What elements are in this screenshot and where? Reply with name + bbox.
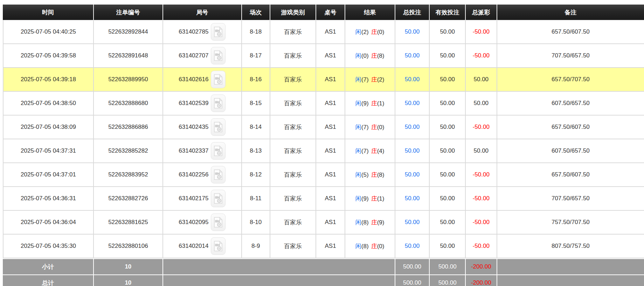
game-type-cell: 百家乐 [270,235,317,258]
table-row[interactable]: 2025-07-05 04:37:01 522632883952 6314022… [3,163,644,187]
valid-bet-cell: 50.00 [430,44,466,68]
video-replay-button[interactable] [211,23,226,41]
round-id-cell: 631402616 [163,68,242,92]
table-body: 2025-07-05 04:40:25 522632892844 6314027… [3,20,644,258]
bet-id-cell: 522632886886 [94,116,163,139]
column-header-game-type: 游戏类别 [270,5,317,20]
column-header-remark: 备注 [497,5,644,20]
round-id-cell: 631402337 [163,139,242,163]
total-bet-link[interactable]: 50.00 [405,195,420,202]
player-result: 闲(9) [355,195,369,202]
subtotal-spacer [163,258,395,274]
total-bet-link[interactable]: 50.00 [405,147,420,154]
table-row[interactable]: 2025-07-05 04:37:31 522632885282 6314023… [3,139,644,163]
bet-id-cell: 522632888680 [94,92,163,116]
video-replay-button[interactable] [211,71,226,88]
bet-id-cell: 522632883952 [94,163,163,187]
session-cell: 8-16 [242,68,270,92]
bet-id-cell: 522632892844 [94,20,163,44]
video-replay-button[interactable] [211,142,226,160]
valid-bet-cell: 50.00 [430,68,466,92]
result-cell: 闲(7)庄(2) [345,68,395,92]
table-no-cell: AS1 [316,68,345,92]
total-payout-cell: -50.00 [466,235,497,258]
banker-result: 庄(4) [371,148,385,154]
total-bet-link[interactable]: 50.00 [405,52,420,59]
remark-cell: 657.50/607.50 [497,20,644,44]
time-cell: 2025-07-05 04:39:58 [3,44,94,68]
video-replay-button[interactable] [211,47,226,64]
remark-cell: 657.50/607.50 [497,116,644,139]
table-no-cell: AS1 [316,44,345,68]
video-replay-button[interactable] [211,190,226,207]
subtotal-total-bet: 500.00 [395,258,430,274]
session-cell: 8-15 [242,92,270,116]
total-row: 总计 10 500.00 500.00 -200.00 [3,274,644,286]
round-id-cell: 631402539 [163,92,242,116]
game-type-cell: 百家乐 [270,20,317,44]
round-id: 631402014 [179,243,208,250]
table-row[interactable]: 2025-07-05 04:40:25 522632892844 6314027… [3,20,644,44]
subtotal-remark [497,258,644,274]
remark-cell: 657.50/707.50 [497,68,644,92]
video-replay-button[interactable] [211,214,226,231]
total-bet-link[interactable]: 50.00 [405,171,420,178]
video-replay-button[interactable] [211,95,226,112]
total-count: 10 [94,274,163,286]
total-label: 总计 [3,274,94,286]
result-cell: 闲(9)庄(1) [345,92,395,116]
total-payout-cell: -50.00 [466,20,497,44]
remark-cell: 657.50/607.50 [497,163,644,187]
table-row[interactable]: 2025-07-05 04:36:04 522632881625 6314020… [3,211,644,235]
result-cell: 闲(8)庄(9) [345,211,395,235]
table-row[interactable]: 2025-07-05 04:35:30 522632880106 6314020… [3,235,644,258]
column-header-table-no: 桌号 [316,5,345,20]
remark-cell: 807.50/757.50 [497,235,644,258]
time-cell: 2025-07-05 04:38:50 [3,92,94,116]
column-header-time: 时间 [3,5,94,20]
banker-result: 庄(0) [371,243,385,250]
total-total-bet: 500.00 [395,274,430,286]
table-row[interactable]: 2025-07-05 04:36:31 522632882726 6314021… [3,187,644,211]
total-bet-link[interactable]: 50.00 [405,100,420,106]
total-bet-link[interactable]: 50.00 [405,219,420,225]
total-bet-link[interactable]: 50.00 [405,124,420,130]
round-id: 631402435 [179,124,208,131]
time-cell: 2025-07-05 04:40:25 [3,20,94,44]
table-no-cell: AS1 [316,211,345,235]
banker-result: 庄(1) [371,100,385,107]
total-payout-cell: 50.00 [466,68,497,92]
video-file-icon [214,74,223,85]
player-result: 闲(7) [355,124,369,131]
total-bet-link[interactable]: 50.00 [405,243,420,249]
table-footer: 小计 10 500.00 500.00 -200.00 总计 10 500.00… [3,258,644,286]
session-cell: 8-11 [242,187,270,211]
valid-bet-cell: 50.00 [430,163,466,187]
table-row[interactable]: 2025-07-05 04:39:58 522632891648 6314027… [3,44,644,68]
banker-result: 庄(9) [371,219,385,226]
total-bet-link[interactable]: 50.00 [405,28,420,35]
table-row[interactable]: 2025-07-05 04:39:18 522632889950 6314026… [3,68,644,92]
total-bet-link[interactable]: 50.00 [405,76,420,83]
subtotal-valid-bet: 500.00 [430,258,466,274]
banker-result: 庄(8) [371,53,385,59]
bet-id-cell: 522632882726 [94,187,163,211]
time-cell: 2025-07-05 04:37:31 [3,139,94,163]
table-row[interactable]: 2025-07-05 04:38:50 522632888680 6314025… [3,92,644,116]
player-result: 闲(0) [355,53,369,59]
bet-id-cell: 522632885282 [94,139,163,163]
game-type-cell: 百家乐 [270,116,317,139]
player-result: 闲(7) [355,148,369,154]
total-bet-cell: 50.00 [395,92,430,116]
video-replay-button[interactable] [211,237,226,255]
table-row[interactable]: 2025-07-05 04:38:09 522632886886 6314024… [3,116,644,139]
player-result: 闲(9) [355,100,369,107]
video-replay-button[interactable] [211,166,226,183]
table-header: 时间注单编号局号场次游戏类别桌号结果总投注有效投注总派彩备注 [3,5,644,20]
table-no-cell: AS1 [316,20,345,44]
round-id-cell: 631402095 [163,211,242,235]
time-cell: 2025-07-05 04:38:09 [3,116,94,139]
total-bet-cell: 50.00 [395,44,430,68]
video-replay-button[interactable] [211,118,226,136]
table-no-cell: AS1 [316,163,345,187]
